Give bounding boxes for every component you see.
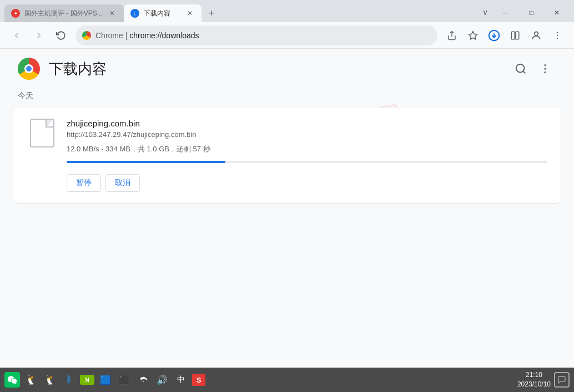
taskbar-icons: 🐧 🐧 ᛒ N 🟦 ⬛ 🔊 中 S	[4, 372, 515, 388]
progress-fill	[67, 161, 225, 163]
tab1-label: 国外主机测评 - 国外VPS...	[24, 9, 103, 18]
taskbar-time: 21:10	[517, 370, 551, 380]
svg-point-14	[544, 72, 546, 73]
search-button[interactable]	[510, 58, 532, 80]
header-actions	[510, 58, 556, 80]
forward-button[interactable]	[29, 26, 49, 45]
site-favicon	[82, 31, 91, 40]
nav-right-icons	[442, 26, 567, 45]
address-url: chrome://downloads	[129, 31, 199, 40]
svg-point-9	[557, 38, 558, 39]
refresh-button[interactable]	[51, 26, 71, 45]
chrome-logo	[18, 58, 40, 80]
taskbar-date: 2023/10/10	[517, 380, 551, 389]
share-button[interactable]	[442, 26, 462, 45]
cancel-button[interactable]: 取消	[105, 174, 140, 192]
svg-line-11	[523, 71, 525, 73]
file-icon	[30, 119, 54, 147]
svg-point-12	[544, 64, 546, 66]
svg-rect-4	[511, 32, 515, 39]
close-button[interactable]: ✕	[544, 4, 570, 21]
tab2-label: 下载内容	[144, 9, 180, 18]
taskbar-right: 21:10 2023/10/10	[517, 370, 570, 389]
svg-marker-1	[469, 31, 477, 39]
downloads-list: zhujiceping.com 今天 zhujiceping.com.bin h…	[0, 86, 574, 368]
progress-bar	[67, 161, 547, 163]
split-screen-button[interactable]	[505, 26, 525, 45]
downloads-title-area: 下载内容	[18, 58, 107, 80]
svg-point-10	[516, 64, 525, 73]
tab-group: ✦ 国外主机测评 - 国外VPS... ✕ ↓ 下载内容 ✕ +	[4, 4, 477, 22]
svg-point-13	[544, 68, 546, 69]
svg-point-6	[535, 32, 538, 35]
tab2-close[interactable]: ✕	[185, 8, 195, 18]
progress-text: 12.0 MB/s - 334 MB，共 1.0 GB，还剩 57 秒	[67, 144, 547, 154]
section-today: 今天	[13, 86, 561, 108]
downloads-header: 下载内容	[0, 49, 574, 86]
tab1-favicon: ✦	[11, 9, 20, 18]
downloads-indicator[interactable]	[484, 26, 504, 45]
tab2-favicon: ↓	[130, 9, 139, 18]
file-actions: 暂停 取消	[67, 174, 547, 192]
profile-button[interactable]	[526, 26, 546, 45]
notification-button[interactable]	[554, 372, 570, 388]
taskbar-qq[interactable]: 🐧	[42, 372, 58, 388]
svg-rect-5	[516, 32, 519, 39]
taskbar-display[interactable]: ⬛	[117, 372, 132, 388]
chrome-menu-indicator: ∨	[477, 4, 493, 20]
taskbar-sogou[interactable]: S	[192, 374, 205, 386]
page-content: 下载内容 zhujiceping.com zhujiceping.com 今天 …	[0, 49, 574, 368]
title-bar: ✦ 国外主机测评 - 国外VPS... ✕ ↓ 下载内容 ✕ + ∨ — □ ✕	[0, 0, 574, 22]
bookmark-button[interactable]	[463, 26, 483, 45]
page-title: 下载内容	[49, 59, 107, 79]
taskbar-wechat[interactable]	[4, 372, 20, 388]
taskbar-wifi[interactable]	[135, 372, 151, 388]
more-options-button[interactable]	[547, 26, 567, 45]
address-text: Chrome | chrome://downloads	[95, 31, 431, 40]
download-item: zhujiceping.com.bin http://103.247.29.47…	[13, 108, 561, 203]
file-name: zhujiceping.com.bin	[67, 119, 547, 128]
taskbar-color[interactable]: 🟦	[98, 372, 113, 388]
taskbar-nvidia[interactable]: N	[80, 375, 94, 385]
tab-1[interactable]: ✦ 国外主机测评 - 国外VPS... ✕	[4, 4, 124, 22]
svg-point-8	[557, 34, 558, 35]
taskbar-penguin1[interactable]: 🐧	[23, 372, 39, 388]
tab-2[interactable]: ↓ 下载内容 ✕	[124, 4, 202, 22]
file-details: zhujiceping.com.bin http://103.247.29.47…	[67, 119, 547, 192]
taskbar-volume[interactable]: 🔊	[154, 372, 170, 388]
file-url: http://103.247.29.47/zhujiceping.com.bin	[67, 130, 547, 139]
svg-point-7	[557, 32, 558, 33]
taskbar-bluetooth[interactable]: ᛒ	[61, 372, 77, 388]
navigation-bar: Chrome | chrome://downloads	[0, 22, 574, 49]
minimize-button[interactable]: —	[493, 4, 518, 21]
taskbar-input-method[interactable]: 中	[173, 372, 189, 388]
new-tab-button[interactable]: +	[204, 6, 219, 21]
taskbar: 🐧 🐧 ᛒ N 🟦 ⬛ 🔊 中 S 21:10 2023/10/10	[0, 368, 574, 392]
pause-button[interactable]: 暂停	[67, 174, 101, 192]
tab1-close[interactable]: ✕	[107, 8, 117, 18]
address-bar[interactable]: Chrome | chrome://downloads	[75, 26, 437, 45]
back-button[interactable]	[7, 26, 27, 45]
page-more-button[interactable]	[534, 58, 556, 80]
file-icon-area	[27, 119, 58, 147]
maximize-button[interactable]: □	[518, 4, 544, 21]
taskbar-clock[interactable]: 21:10 2023/10/10	[517, 370, 551, 389]
address-chrome: Chrome	[95, 31, 123, 40]
